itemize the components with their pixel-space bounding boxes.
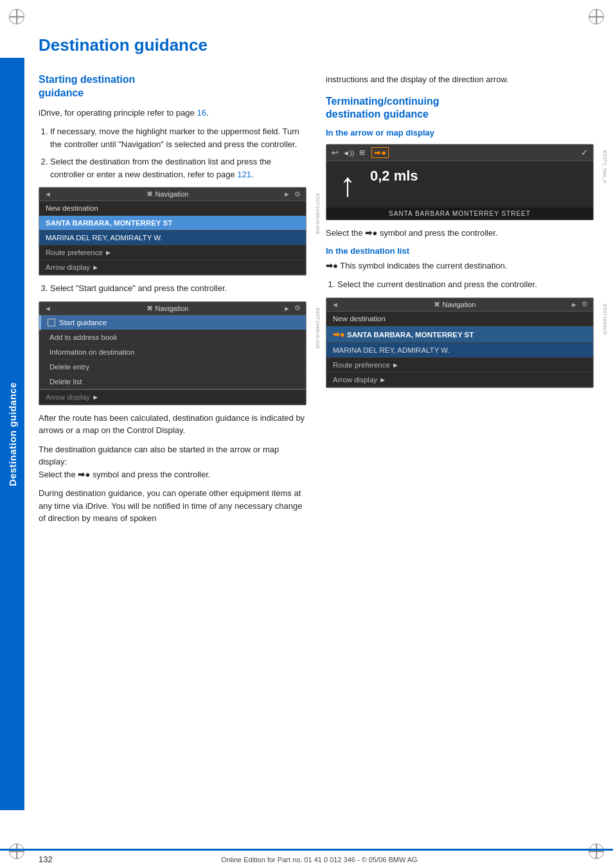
intro-text: iDrive, for operating principle refer to… <box>39 107 306 120</box>
settings-icon: ⊞ <box>359 148 365 157</box>
nav-row-arrow-display-2[interactable]: Arrow display ► <box>39 390 306 405</box>
dest-list-step-1: Select the current destination and press… <box>337 278 594 291</box>
distance-value: 0,2 mls <box>370 168 418 184</box>
back-icon: ↩ <box>332 148 339 157</box>
screen-label-1: E53T1040US.008 <box>315 193 321 269</box>
nav-row-route-pref-3[interactable]: Route preference ► <box>326 358 593 373</box>
dest-list-bullet-text: ➡● This symbol indicates the current des… <box>326 260 594 272</box>
arrow-screen-top-bar: ↩ ◄)) ⊞ ➡● ✓ <box>326 145 593 161</box>
during-guidance-text: During destination guidance, you can ope… <box>39 487 306 525</box>
nav-row-address-book[interactable]: Add to address book <box>39 330 306 345</box>
nav-menu-icon: ⚙ <box>294 190 301 199</box>
distance-display: 0,2 mls <box>370 165 418 184</box>
sub-heading-arrow: In the arrow or map display <box>326 128 594 137</box>
nav-row-new-dest-3[interactable]: New destination <box>326 312 593 326</box>
nav-back-arrow-3: ◄ <box>332 301 339 308</box>
page-footer: 132 Online Edition for Part no. 01 41 0 … <box>0 849 613 868</box>
nav-row-arrow-display[interactable]: Arrow display ► <box>39 260 306 275</box>
nav-row-santa-barbara-active[interactable]: ➡● SANTA BARBARA, MONTERREY ST <box>326 326 593 343</box>
after-route-text: After the route has been calculated, des… <box>39 412 306 437</box>
nav-row-marina[interactable]: MARINA DEL REY, ADMIRALTY W. <box>39 231 306 245</box>
nav-top-bar-1: ◄ ✖ Navigation ► ⚙ <box>39 188 306 201</box>
section-heading-terminating: Terminating/continuingdestination guidan… <box>326 95 594 122</box>
nav-forward-arrow-2: ► <box>283 305 290 312</box>
active-dest-symbol: ➡● <box>333 330 345 339</box>
screen-label-3: E53T1_Nav_e <box>602 150 608 214</box>
nav-menu-icon-2: ⚙ <box>294 304 301 312</box>
nav-row-info[interactable]: Information on destination <box>39 345 306 360</box>
start-guidance-icon <box>48 319 55 326</box>
screen-label-4: E53T1044US <box>602 304 608 382</box>
side-tab-label: Destination guidance <box>7 382 18 486</box>
nav-forward-arrow-3: ► <box>571 301 578 308</box>
nav-title-text: Navigation <box>155 190 189 198</box>
corner-mark-tl <box>9 9 24 24</box>
footer-text: Online Edition for Part no. 01 41 0 012 … <box>64 856 574 864</box>
corner-mark-tr <box>589 9 604 24</box>
left-column: Starting destinationguidance iDrive, for… <box>39 73 306 531</box>
step-3: Select "Start guidance" and press the co… <box>50 282 306 295</box>
checkmark-icon: ✓ <box>581 148 588 157</box>
nav-back-arrow-2: ◄ <box>44 305 51 312</box>
nav-screen-2: ◄ ✖ Navigation ► ⚙ Start guidance Add to… <box>39 301 306 405</box>
page-link-16[interactable]: 16 <box>197 108 206 118</box>
route-arrow-icon: ➡● <box>371 147 389 158</box>
right-column: instructions and the display of the dire… <box>326 73 594 531</box>
nav-row-new-dest[interactable]: New destination <box>39 201 306 216</box>
direction-arrow-up <box>332 165 364 204</box>
nav-compass-icon: ✖ <box>147 190 153 199</box>
step-1: If necessary, move the highlight marker … <box>50 125 306 150</box>
nav-forward-arrow: ► <box>283 190 290 198</box>
side-tab: Destination guidance <box>0 58 24 810</box>
nav-screen-3: ◄ ✖ Navigation ► ⚙ New destination ➡● SA… <box>326 297 594 388</box>
nav-row-delete-list[interactable]: Delete list <box>39 375 306 390</box>
page-title: Destination guidance <box>39 35 594 55</box>
step-list: If necessary, move the highlight marker … <box>39 125 306 181</box>
screen-label-2: E53T1040US.028 <box>315 308 321 399</box>
arrow-map-text: The destination guidance can also be sta… <box>39 443 306 481</box>
nav-row-marina-3[interactable]: MARINA DEL REY, ADMIRALTY W. <box>326 343 593 358</box>
nav-row-start-guidance[interactable]: Start guidance <box>39 315 306 330</box>
nav-title-text-3: Navigation <box>443 301 476 308</box>
section-heading-starting: Starting destinationguidance <box>39 73 306 100</box>
nav-row-delete-entry[interactable]: Delete entry <box>39 360 306 375</box>
sub-heading-dest-list: In the destination list <box>326 246 594 256</box>
nav-top-bar-3: ◄ ✖ Navigation ► ⚙ <box>326 298 593 312</box>
nav-title-text-2: Navigation <box>155 305 189 312</box>
nav-row-route-pref[interactable]: Route preference ► <box>39 245 306 260</box>
step-list-2: Select "Start guidance" and press the co… <box>39 282 306 295</box>
select-symbol-text: Select the ➡● symbol and press the contr… <box>326 227 594 240</box>
nav-row-arrow-display-3[interactable]: Arrow display ► <box>326 373 593 387</box>
nav-row-santa-barbara[interactable]: SANTA BARBARA, MONTERREY ST <box>39 216 306 231</box>
nav-compass-icon-2: ✖ <box>147 304 153 313</box>
instructions-text: instructions and the display of the dire… <box>326 73 594 86</box>
dest-list-steps: Select the current destination and press… <box>326 278 594 291</box>
nav-back-arrow: ◄ <box>44 190 51 198</box>
nav-screen-1: ◄ ✖ Navigation ► ⚙ New destination SANTA… <box>39 187 306 276</box>
nav-menu-icon-3: ⚙ <box>582 300 588 308</box>
sound-icon: ◄)) <box>342 149 354 157</box>
page-link-121[interactable]: 121 <box>237 170 251 179</box>
arrow-screen-container: ↩ ◄)) ⊞ ➡● ✓ 0,2 mls SANTA BAR <box>326 144 594 220</box>
arrow-screen-body: 0,2 mls <box>326 161 593 208</box>
street-name-bar: SANTA BARBARA MONTERREY STREET <box>326 208 593 220</box>
page-number: 132 <box>39 855 64 864</box>
nav-compass-icon-3: ✖ <box>434 300 440 309</box>
step-2: Select the destination from the destinat… <box>50 155 306 181</box>
nav-top-bar-2: ◄ ✖ Navigation ► ⚙ <box>39 302 306 315</box>
